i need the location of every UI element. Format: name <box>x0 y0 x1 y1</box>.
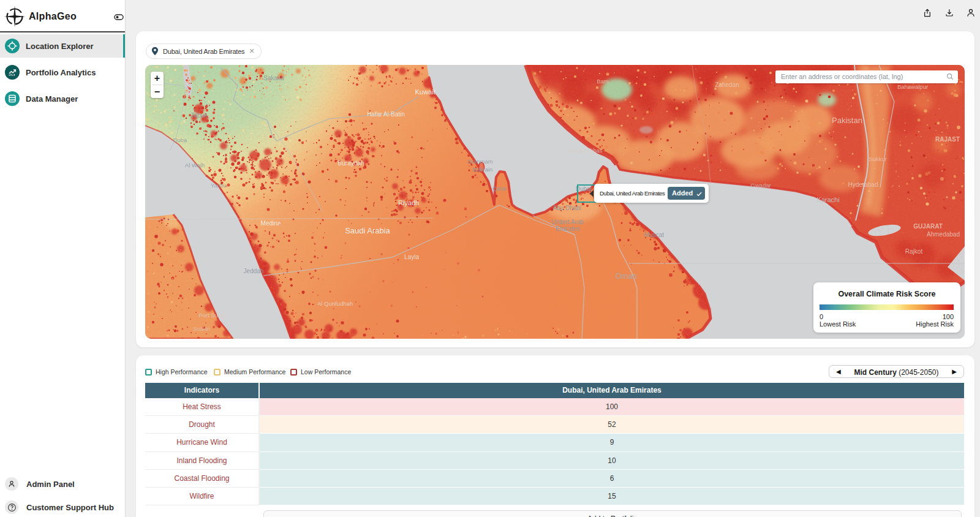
svg-text:Buraydah: Buraydah <box>338 160 364 167</box>
svg-text:Karachi: Karachi <box>816 196 839 203</box>
svg-text:Zahedan: Zahedan <box>715 81 739 88</box>
svg-text:Dammam: Dammam <box>467 158 492 165</box>
svg-text:Al Qunfudhah: Al Qunfudhah <box>317 300 353 307</box>
svg-text:Port Sudan: Port Sudan <box>198 312 228 319</box>
svg-text:Jeddah: Jeddah <box>244 268 264 274</box>
svg-text:United Arab: United Arab <box>552 219 584 225</box>
svg-text:Saudi Arabia: Saudi Arabia <box>345 226 390 235</box>
svg-text:Ahmedabad: Ahmedabad <box>927 231 960 238</box>
svg-text:Hyderabad: Hyderabad <box>848 181 878 188</box>
svg-text:GUJARAT: GUJARAT <box>913 223 943 230</box>
svg-text:Bahrain: Bahrain <box>473 166 493 173</box>
svg-text:Yanbu: Yanbu <box>211 183 226 189</box>
svg-text:Gwadar: Gwadar <box>750 182 771 189</box>
svg-text:Oman: Oman <box>615 271 636 281</box>
svg-text:Al Wajh: Al Wajh <box>185 162 205 168</box>
svg-text:Duba: Duba <box>173 137 187 143</box>
svg-text:RAJAST: RAJAST <box>935 136 960 143</box>
svg-text:Sukkur: Sukkur <box>869 156 887 162</box>
svg-text:Hafar Al-Batin: Hafar Al-Batin <box>367 111 405 118</box>
svg-text:Layla: Layla <box>404 254 419 260</box>
svg-text:Emirates: Emirates <box>556 225 579 232</box>
svg-text:Sakaka: Sakaka <box>263 75 284 81</box>
svg-text:Pakistan: Pakistan <box>832 116 862 125</box>
svg-text:Muscat: Muscat <box>644 232 664 238</box>
svg-text:Suakin: Suakin <box>193 326 210 332</box>
svg-text:Tabuk: Tabuk <box>191 112 208 119</box>
svg-text:Bam: Bam <box>597 78 609 85</box>
svg-text:Qatar: Qatar <box>492 185 507 192</box>
svg-text:Abu Dhabi: Abu Dhabi <box>553 205 582 211</box>
svg-text:Bandar Abbas: Bandar Abbas <box>568 148 603 154</box>
svg-text:Kuwait: Kuwait <box>415 88 435 96</box>
svg-text:Bahawalpur: Bahawalpur <box>897 83 928 90</box>
svg-text:Medina: Medina <box>261 220 281 227</box>
svg-text:Riyadh: Riyadh <box>398 199 419 206</box>
svg-text:Rajkot: Rajkot <box>905 248 923 255</box>
